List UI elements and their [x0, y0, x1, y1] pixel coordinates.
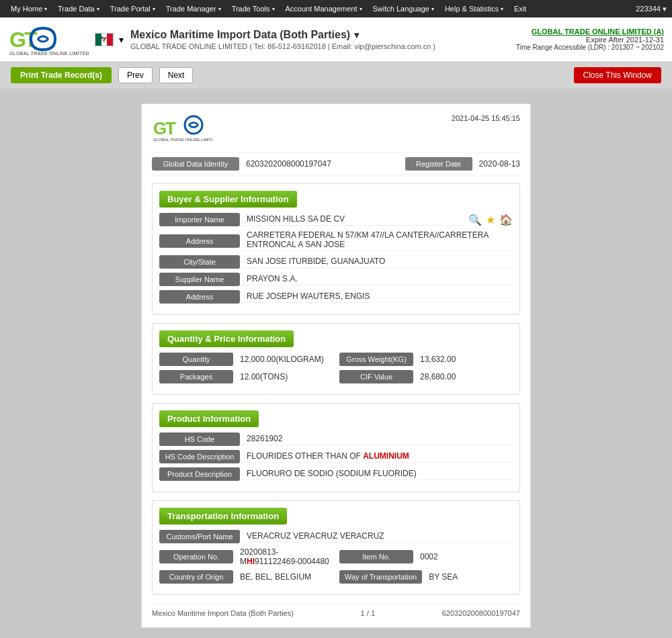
importer-name-row: Importer Name MISSION HILLS SA DE CV 🔍 ★…	[159, 213, 513, 226]
country-label: Country of Orign	[159, 570, 233, 584]
nav-account-management[interactable]: Account Management ▾	[280, 5, 368, 13]
footer-doc-type: Mexico Maritime Import Data (Both Partie…	[152, 609, 294, 617]
product-desc-row: Product Description FLUORURO DE SODIO (S…	[159, 467, 513, 481]
logo-tagline: GLOBAL TRADE ONLINE LIMITED	[8, 51, 89, 56]
page-header: G T GLOBAL TRADE ONLINE LIMITED 🦅 ▾ Mexi…	[0, 17, 672, 62]
hs-code-row: HS Code 28261902	[159, 432, 513, 446]
hs-desc-highlight: ALUMINIUM	[363, 451, 409, 461]
quantity-row: Quantity 12,000.00(KILOGRAM) Gross Weigh…	[159, 353, 513, 366]
register-date-label: Register Date	[405, 157, 472, 171]
card-logo-svg: G T GLOBAL TRADE ONLINE LIMITED	[152, 114, 212, 142]
chevron-down-icon: ▾	[501, 6, 503, 12]
importer-name-label: Importer Name	[159, 213, 240, 226]
expire-date: Expire After 2021-12-31	[516, 36, 664, 44]
hs-desc-value: FLOURIDES OTHER THAN OF ALUMINIUM	[240, 451, 513, 463]
svg-point-4	[185, 116, 202, 134]
chevron-down-icon: ▾	[97, 6, 99, 12]
city-state-value: SAN JOSE ITURBIDE, GUANAJUATO	[240, 257, 513, 268]
top-navigation: My Home ▾ Trade Data ▾ Trade Portal ▾ Tr…	[0, 0, 672, 17]
footer-record-id: 6203202008000197047	[442, 609, 520, 617]
header-subtitle: GLOBAL TRADE ONLINE LIMITED ( Tel: 86-51…	[130, 42, 435, 50]
packages-row: Packages 12.00(TONS) CIF Value 28,680.00	[159, 370, 513, 383]
transport-right: Way of Transportation BY SEA	[339, 570, 513, 584]
card-date: 2021-04-25 15:45:15	[452, 114, 520, 122]
company-link[interactable]: GLOBAL TRADE ONLINE LIMITED (A)	[516, 28, 664, 36]
item-right: Item No. 0002	[339, 550, 513, 563]
svg-text:GLOBAL TRADE ONLINE LIMITED: GLOBAL TRADE ONLINE LIMITED	[153, 138, 212, 142]
cif-right: CIF Value 28,680.00	[339, 370, 513, 383]
chevron-down-icon: ▾	[272, 6, 275, 12]
logo-svg: G T	[8, 23, 62, 55]
nav-trade-tools[interactable]: Trade Tools ▾	[226, 5, 280, 13]
flag-dropdown[interactable]: ▾	[119, 34, 124, 45]
nav-trade-data[interactable]: Trade Data ▾	[52, 5, 105, 13]
svg-text:T: T	[165, 118, 176, 138]
hs-code-value: 28261902	[240, 434, 513, 445]
close-button[interactable]: Close This Window	[574, 67, 661, 83]
star-icon[interactable]: ★	[486, 214, 495, 226]
chevron-down-icon: ▾	[431, 6, 434, 12]
header-title-area: Mexico Maritime Import Data (Both Partie…	[130, 29, 435, 50]
card-logo: G T GLOBAL TRADE ONLINE LIMITED	[152, 114, 212, 144]
nav-trade-portal[interactable]: Trade Portal ▾	[105, 5, 161, 13]
home-icon[interactable]: 🏠	[499, 214, 513, 226]
quantity-label: Quantity	[159, 353, 233, 366]
supplier-address-row: Address RUE JOSEPH WAUTERS, ENGIS	[159, 290, 513, 304]
chevron-down-icon: ▾	[44, 6, 47, 12]
gross-weight-value: 13,632.00	[413, 355, 513, 364]
operation-row: Operation No. 20200813-MHI911122469-0004…	[159, 547, 513, 566]
next-button[interactable]: Next	[159, 67, 194, 83]
chevron-down-icon: ▾	[218, 6, 221, 12]
nav-exit[interactable]: Exit	[509, 5, 532, 13]
operation-value: 20200813-MHI911122469-0004480	[233, 547, 333, 566]
record-card: G T GLOBAL TRADE ONLINE LIMITED 2021-04-…	[141, 103, 531, 628]
flag-icon: 🦅	[95, 33, 114, 46]
country-left: Country of Orign BE, BEL, BELGIUM	[159, 570, 333, 584]
country-row: Country of Orign BE, BEL, BELGIUM Way of…	[159, 570, 513, 584]
packages-value: 12.00(TONS)	[233, 372, 333, 381]
packages-label: Packages	[159, 370, 233, 383]
hs-code-label: HS Code	[159, 432, 240, 446]
country-value: BE, BEL, BELGIUM	[233, 572, 333, 582]
logo-area: G T GLOBAL TRADE ONLINE LIMITED 🦅 ▾	[8, 23, 124, 56]
prev-button[interactable]: Prev	[118, 67, 153, 83]
customs-label: Customs/Port Name	[159, 530, 240, 543]
quantity-left: Quantity 12,000.00(KILOGRAM)	[159, 353, 333, 366]
product-desc-value: FLUORURO DE SODIO (SODIUM FLUORIDE)	[240, 469, 513, 480]
card-footer: Mexico Maritime Import Data (Both Partie…	[152, 603, 520, 617]
hs-desc-row: HS Code Description FLOURIDES OTHER THAN…	[159, 450, 513, 463]
footer-page: 1 / 1	[361, 609, 375, 617]
buyer-address-row: Address CARRETERA FEDERAL N 57/KM 47//LA…	[159, 230, 513, 251]
nav-help-statistics[interactable]: Help & Statistics ▾	[439, 5, 509, 13]
global-data-identity-value: 6203202008000197047	[246, 159, 398, 169]
identity-row: Global Data Identity 6203202008000197047…	[152, 152, 520, 175]
buyer-supplier-title: Buyer & Supplier Information	[159, 191, 297, 208]
quantity-price-title: Quantity & Price Information	[159, 330, 294, 347]
customs-row: Customs/Port Name VERACRUZ VERACRUZ VERA…	[159, 530, 513, 543]
search-icon[interactable]: 🔍	[468, 214, 482, 226]
title-dropdown-icon[interactable]: ▾	[354, 30, 359, 40]
nav-trade-manager[interactable]: Trade Manager ▾	[161, 5, 226, 13]
product-title: Product Information	[159, 410, 259, 427]
top-toolbar: Print Trade Record(s) Prev Next Close Th…	[0, 62, 672, 89]
gtc-logo: G T GLOBAL TRADE ONLINE LIMITED	[8, 23, 89, 56]
time-range: Time Range Accessible (LDR) : 201307 ~ 2…	[516, 44, 664, 51]
gross-weight-right: Gross Weight(KG) 13,632.00	[339, 353, 513, 366]
product-section: Product Information HS Code 28261902 HS …	[152, 403, 520, 492]
city-state-row: City/State SAN JOSE ITURBIDE, GUANAJUATO	[159, 255, 513, 269]
operation-left: Operation No. 20200813-MHI911122469-0004…	[159, 547, 333, 566]
buyer-supplier-section: Buyer & Supplier Information Importer Na…	[152, 183, 520, 315]
transportation-title: Transportation Information	[159, 508, 287, 525]
transportation-section: Transportation Information Customs/Port …	[152, 500, 520, 595]
cif-label: CIF Value	[339, 370, 413, 383]
supplier-address-label: Address	[159, 290, 240, 304]
nav-switch-language[interactable]: Switch Language ▾	[368, 5, 439, 13]
page-title: Mexico Maritime Import Data (Both Partie…	[130, 29, 435, 41]
buyer-address-value: CARRETERA FEDERAL N 57/KM 47//LA CANTERA…	[240, 230, 513, 251]
supplier-address-value: RUE JOSEPH WAUTERS, ENGIS	[240, 291, 513, 303]
nav-my-home[interactable]: My Home ▾	[5, 5, 52, 13]
customs-value: VERACRUZ VERACRUZ VERACRUZ	[240, 531, 513, 543]
print-button[interactable]: Print Trade Record(s)	[11, 67, 112, 83]
chevron-down-icon: ▾	[153, 6, 155, 12]
header-account-info: GLOBAL TRADE ONLINE LIMITED (A) Expire A…	[516, 28, 664, 51]
